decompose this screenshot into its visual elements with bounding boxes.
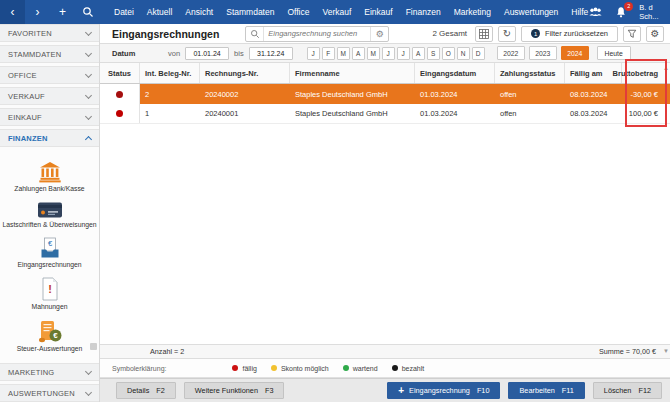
details-button[interactable]: Details F2	[116, 382, 176, 399]
column-header-int-beleg-nr[interactable]: Int. Beleg-Nr.	[140, 63, 200, 83]
year-button-2024[interactable]: 2024	[561, 46, 589, 60]
sidebar-item-steuer-auswertungen[interactable]: € Steuer-Auswertungen	[0, 319, 99, 352]
chevron-down-icon	[85, 388, 92, 395]
global-search-button[interactable]	[75, 0, 100, 24]
sidebar-section-auswertungen[interactable]: AUSWERTUNGEN	[0, 384, 99, 402]
user-label[interactable]: B. d Sch...	[639, 3, 660, 21]
scrollbar-down-icon[interactable]: ▼	[663, 348, 669, 354]
filter-reset-button[interactable]: 1 Filter zurücksetzen	[521, 26, 618, 42]
sidebar-item-eingangsrechnungen[interactable]: € Eingangsrechnungen	[0, 237, 99, 268]
back-button[interactable]: ‹	[0, 0, 25, 24]
sidebar-section-favoriten[interactable]: FAVORITEN	[0, 24, 99, 42]
year-buttons: 2022 2023 2024	[497, 46, 589, 60]
rechnungs-nr-cell: 20240002	[200, 84, 290, 104]
column-header-zahlungsstatus[interactable]: Zahlungsstatus	[495, 63, 565, 83]
status-dot	[116, 91, 123, 98]
sidebar-section-office[interactable]: OFFICE	[0, 66, 99, 84]
list-header: Eingangsrechnungen ⚙ 2 Gesamt ↻ 1 Filter…	[100, 24, 670, 44]
zahlungsstatus-cell: offen	[495, 84, 565, 104]
column-header-rechnungs-nr[interactable]: Rechnungs-Nr.	[200, 63, 290, 83]
panel-collapse-handle[interactable]	[90, 343, 97, 350]
settings-button[interactable]: ⚙	[646, 26, 664, 42]
month-button-feb[interactable]: F	[322, 47, 335, 60]
sidebar-section-verkauf[interactable]: VERKAUF	[0, 87, 99, 105]
table-row[interactable]: 1 20240001 Staples Deutschland GmbH 01.0…	[100, 104, 670, 124]
column-header-firmenname[interactable]: Firmenname	[290, 63, 415, 83]
status-cell	[100, 84, 140, 104]
funnel-icon	[627, 29, 637, 39]
month-button-mai[interactable]: M	[367, 47, 380, 60]
menu-auswertungen[interactable]: Auswertungen	[504, 7, 558, 17]
tax-scroll-icon: €	[37, 319, 63, 343]
sidebar-item-mahnungen[interactable]: ! Mahnungen	[0, 277, 99, 310]
filter-button[interactable]	[623, 26, 641, 42]
new-button[interactable]: +	[50, 0, 75, 24]
zahlungsstatus-cell: offen	[495, 104, 565, 123]
firmenname-cell: Staples Deutschland GmbH	[290, 104, 415, 123]
black-dot-icon	[392, 365, 398, 371]
section-label: VERKAUF	[8, 92, 45, 101]
users-icon[interactable]	[588, 6, 603, 18]
month-button-okt[interactable]: O	[442, 47, 455, 60]
menu-datei[interactable]: Datei	[114, 7, 134, 17]
sidebar-section-marketing[interactable]: MARKETING	[0, 363, 99, 381]
bis-label: bis	[234, 49, 244, 58]
month-button-apr[interactable]: A	[352, 47, 365, 60]
rechnungs-nr-cell: 20240001	[200, 104, 290, 123]
month-button-jan[interactable]: J	[307, 47, 320, 60]
topbar-right: 2 B. d Sch...	[588, 3, 670, 21]
column-header-status[interactable]: Status	[100, 63, 140, 83]
menu-ansicht[interactable]: Ansicht	[185, 7, 213, 17]
add-label: Eingangsrechnung	[409, 386, 470, 395]
month-button-dez[interactable]: D	[472, 47, 485, 60]
date-label: Datum	[112, 49, 146, 58]
faellig-am-cell: 08.03.2024	[565, 84, 622, 104]
delete-fkey: F12	[638, 386, 651, 395]
sidebar-section-finanzen[interactable]: FINANZEN	[0, 129, 99, 147]
section-label: FINANZEN	[8, 134, 48, 143]
menu-verkauf[interactable]: Verkauf	[322, 7, 351, 17]
month-button-jul[interactable]: J	[397, 47, 410, 60]
sidebar-item-zahlungen-bank-kasse[interactable]: Zahlungen Bank/Kasse	[0, 161, 99, 192]
forward-button[interactable]: ›	[25, 0, 50, 24]
add-fkey: F10	[477, 386, 490, 395]
edit-button[interactable]: Bearbeiten F11	[508, 382, 584, 399]
sidebar-section-einkauf[interactable]: EINKAUF	[0, 108, 99, 126]
menu-marketing[interactable]: Marketing	[454, 7, 491, 17]
section-label: EINKAUF	[8, 113, 42, 122]
chevron-up-icon	[85, 136, 92, 143]
scrollbar-up-icon[interactable]: ▲	[663, 65, 669, 71]
month-button-jun[interactable]: J	[382, 47, 395, 60]
int-beleg-nr-cell: 2	[140, 84, 200, 104]
menu-finanzen[interactable]: Finanzen	[406, 7, 441, 17]
menu-aktuell[interactable]: Aktuell	[147, 7, 173, 17]
refresh-button[interactable]: ↻	[498, 26, 516, 42]
search-settings-gear-icon[interactable]: ⚙	[370, 27, 388, 41]
sidebar-section-stammdaten[interactable]: STAMMDATEN	[0, 45, 99, 63]
month-button-sep[interactable]: S	[427, 47, 440, 60]
menu-stammdaten[interactable]: Stammdaten	[226, 7, 274, 17]
notifications-button[interactable]: 2	[615, 6, 627, 19]
today-button[interactable]: Heute	[597, 46, 631, 60]
menu-office[interactable]: Office	[287, 7, 309, 17]
table-view-button[interactable]	[475, 26, 493, 42]
edit-label: Bearbeiten	[519, 386, 554, 395]
more-functions-button[interactable]: Weitere Funktionen F3	[184, 382, 285, 399]
month-button-mar[interactable]: M	[337, 47, 350, 60]
sidebar-item-lastschriften[interactable]: Lastschriften & Überweisungen	[0, 201, 99, 228]
search-input[interactable]	[264, 29, 370, 38]
sidebar-item-label: Eingangsrechnungen	[17, 261, 81, 268]
search-icon	[246, 27, 264, 41]
menu-hilfe[interactable]: Hilfe	[571, 7, 588, 17]
date-to-input[interactable]	[249, 47, 293, 60]
year-button-2023[interactable]: 2023	[529, 46, 557, 60]
delete-button[interactable]: Löschen F12	[593, 382, 662, 399]
date-from-input[interactable]	[185, 47, 229, 60]
add-eingangsrechnung-button[interactable]: + Eingangsrechnung F10	[387, 382, 500, 399]
month-button-nov[interactable]: N	[457, 47, 470, 60]
month-button-aug[interactable]: A	[412, 47, 425, 60]
menu-einkauf[interactable]: Einkauf	[364, 7, 392, 17]
table-row-selected[interactable]: 2 20240002 Staples Deutschland GmbH 01.0…	[100, 84, 670, 104]
year-button-2022[interactable]: 2022	[497, 46, 525, 60]
column-header-eingangsdatum[interactable]: Eingangsdatum	[415, 63, 495, 83]
